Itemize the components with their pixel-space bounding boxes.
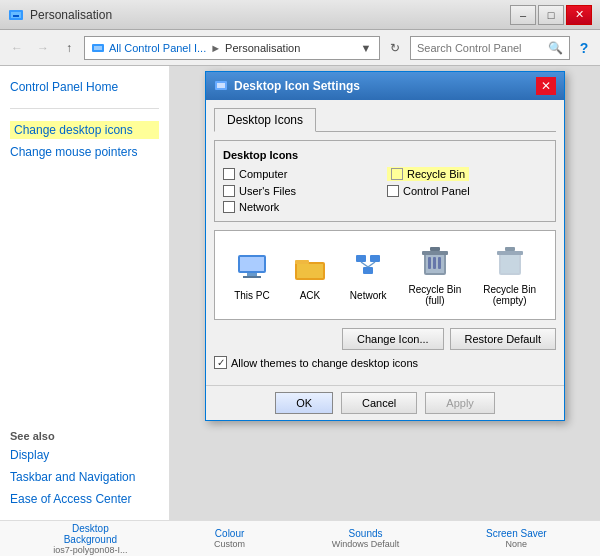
close-button[interactable]: ✕ xyxy=(566,5,592,25)
svg-rect-2 xyxy=(13,15,19,17)
restore-default-button[interactable]: Restore Default xyxy=(450,328,556,350)
sidebar-control-panel-home[interactable]: Control Panel Home xyxy=(10,78,159,96)
icons-preview-area: This PC ACK xyxy=(214,230,556,320)
allow-themes-row: ✓ Allow themes to change desktop icons xyxy=(214,356,556,369)
path-segment-2: Personalisation xyxy=(225,42,300,54)
preview-network[interactable]: Network xyxy=(350,250,387,301)
svg-rect-15 xyxy=(370,255,380,262)
svg-rect-9 xyxy=(247,273,257,276)
recycle-empty-icon xyxy=(492,244,528,280)
change-icon-button[interactable]: Change Icon... xyxy=(342,328,444,350)
search-input[interactable] xyxy=(417,42,548,54)
recycle-full-icon xyxy=(417,244,453,280)
bottom-sublabel-screen-saver: None xyxy=(506,539,528,549)
path-separator: ► xyxy=(210,42,221,54)
svg-rect-22 xyxy=(430,247,440,251)
checkbox-row-users: User's Files xyxy=(223,185,383,197)
title-bar: Personalisation – □ ✕ xyxy=(0,0,600,30)
checkbox-users[interactable] xyxy=(223,185,235,197)
dialog-final-buttons: OK Cancel Apply xyxy=(206,385,564,420)
bottom-label-sounds: Sounds xyxy=(349,528,383,539)
forward-button[interactable]: → xyxy=(32,37,54,59)
refresh-button[interactable]: ↻ xyxy=(384,37,406,59)
svg-rect-14 xyxy=(356,255,366,262)
svg-rect-27 xyxy=(501,255,519,273)
bottom-sublabel-colour: Custom xyxy=(214,539,245,549)
dialog-app-icon xyxy=(214,79,228,93)
checkbox-row-network: Network xyxy=(223,201,383,213)
preview-recycle-empty[interactable]: Recycle Bin(empty) xyxy=(483,244,536,306)
modal-overlay: Desktop Icon Settings ✕ Desktop Icons De… xyxy=(170,66,600,520)
main-area: Control Panel Home Change desktop icons … xyxy=(0,66,600,520)
label-network: Network xyxy=(239,201,279,213)
preview-label-this-pc: This PC xyxy=(234,290,270,301)
sidebar-taskbar[interactable]: Taskbar and Navigation xyxy=(10,468,159,486)
bottom-bar: DesktopBackground ios7-polygon08-I... Co… xyxy=(0,520,600,556)
dialog-close-button[interactable]: ✕ xyxy=(536,77,556,95)
search-icon: 🔍 xyxy=(548,41,563,55)
apply-button[interactable]: Apply xyxy=(425,392,495,414)
svg-rect-4 xyxy=(94,46,102,50)
checkbox-recycle[interactable] xyxy=(391,168,403,180)
checkbox-network[interactable] xyxy=(223,201,235,213)
preview-label-recycle-full: Recycle Bin(full) xyxy=(408,284,461,306)
tab-desktop-icons[interactable]: Desktop Icons xyxy=(214,108,316,132)
sidebar-display[interactable]: Display xyxy=(10,446,159,464)
svg-rect-21 xyxy=(422,251,448,255)
back-button[interactable]: ← xyxy=(6,37,28,59)
svg-rect-10 xyxy=(243,276,261,278)
label-recycle: Recycle Bin xyxy=(407,168,465,180)
bottom-sublabel-sounds: Windows Default xyxy=(332,539,400,549)
bottom-colour[interactable]: Colour Custom xyxy=(214,528,245,549)
computer-icon xyxy=(234,250,270,286)
preview-label-recycle-empty: Recycle Bin(empty) xyxy=(483,284,536,306)
up-button[interactable]: ↑ xyxy=(58,37,80,59)
dialog-body: Desktop Icons Desktop Icons Computer xyxy=(206,100,564,385)
sidebar-change-mouse-pointers[interactable]: Change mouse pointers xyxy=(10,143,159,161)
window-title: Personalisation xyxy=(30,8,112,22)
address-bar: ← → ↑ All Control Panel I... ► Personali… xyxy=(0,30,600,66)
checkbox-control[interactable] xyxy=(387,185,399,197)
path-segment-1: All Control Panel I... xyxy=(109,42,206,54)
allow-themes-label: Allow themes to change desktop icons xyxy=(231,357,418,369)
svg-rect-12 xyxy=(295,260,309,264)
preview-this-pc[interactable]: This PC xyxy=(234,250,270,301)
path-icon xyxy=(91,41,105,55)
svg-rect-29 xyxy=(505,247,515,251)
sidebar-ease[interactable]: Ease of Access Center xyxy=(10,490,159,508)
icon-action-buttons: Change Icon... Restore Default xyxy=(214,328,556,350)
allow-themes-checkbox[interactable]: ✓ xyxy=(214,356,227,369)
path-dropdown-arrow[interactable]: ▼ xyxy=(359,37,373,59)
ok-button[interactable]: OK xyxy=(275,392,333,414)
minimize-button[interactable]: – xyxy=(510,5,536,25)
bottom-label-colour: Colour xyxy=(215,528,244,539)
svg-rect-28 xyxy=(497,251,523,255)
svg-rect-23 xyxy=(428,257,431,269)
preview-label-network: Network xyxy=(350,290,387,301)
svg-line-17 xyxy=(361,262,368,267)
search-box[interactable]: 🔍 xyxy=(410,36,570,60)
desktop-icons-group: Desktop Icons Computer Re xyxy=(214,140,556,222)
sidebar-change-desktop-icons[interactable]: Change desktop icons xyxy=(10,121,159,139)
preview-recycle-full[interactable]: Recycle Bin(full) xyxy=(408,244,461,306)
help-button[interactable]: ? xyxy=(574,38,594,58)
address-path-box[interactable]: All Control Panel I... ► Personalisation… xyxy=(84,36,380,60)
svg-line-18 xyxy=(368,262,375,267)
bottom-sounds[interactable]: Sounds Windows Default xyxy=(332,528,400,549)
checkbox-row-control: Control Panel xyxy=(387,185,547,197)
bottom-screen-saver[interactable]: Screen Saver None xyxy=(486,528,547,549)
preview-ack[interactable]: ACK xyxy=(292,250,328,301)
bottom-desktop-background[interactable]: DesktopBackground ios7-polygon08-I... xyxy=(53,523,127,555)
folder-icon xyxy=(292,250,328,286)
cancel-button[interactable]: Cancel xyxy=(341,392,417,414)
svg-rect-25 xyxy=(438,257,441,269)
maximize-button[interactable]: □ xyxy=(538,5,564,25)
recycle-bin-highlighted-wrapper[interactable]: Recycle Bin xyxy=(387,167,469,181)
dialog-titlebar: Desktop Icon Settings ✕ xyxy=(206,72,564,100)
icons-group-label: Desktop Icons xyxy=(223,149,547,161)
bottom-label-screen-saver: Screen Saver xyxy=(486,528,547,539)
checkbox-computer[interactable] xyxy=(223,168,235,180)
sidebar: Control Panel Home Change desktop icons … xyxy=(0,66,170,520)
label-users: User's Files xyxy=(239,185,296,197)
svg-rect-16 xyxy=(363,267,373,274)
